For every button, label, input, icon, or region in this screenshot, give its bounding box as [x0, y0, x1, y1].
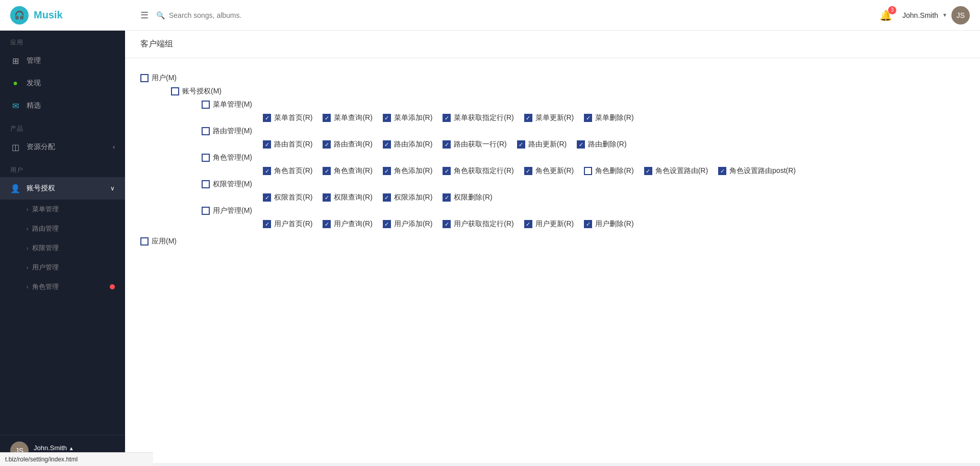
perm-label-route-home: 路由首页(R) — [274, 140, 312, 149]
perm-checkbox-route-get-row[interactable] — [443, 140, 451, 149]
perm-checkbox-user-manage[interactable] — [202, 207, 210, 215]
perm-checkbox-user-add[interactable] — [383, 220, 391, 228]
perm-role-manage-group: 角色管理(M) 角色首页(R) 角色查询(R) — [202, 153, 965, 176]
perm-label-role-add: 角色添加(R) — [394, 166, 432, 176]
perm-checkbox-user-home[interactable] — [263, 220, 271, 228]
perm-label-menu-add: 菜单添加(R) — [394, 113, 432, 122]
perm-label-menu-update: 菜单更新(R) — [535, 113, 574, 122]
perm-checkbox-menu-delete[interactable] — [584, 114, 592, 122]
topbar: 🎧 Musik ☰ 🔍 🔔 3 John.Smith ▼ JS — [0, 0, 980, 31]
perm-manage-chevron-icon: › — [27, 246, 28, 251]
sidebar-item-route-manage[interactable]: › 路由管理 — [0, 219, 125, 238]
perm-item-route-delete: 路由删除(R) — [577, 140, 626, 149]
perm-label-menu-query: 菜单查询(R) — [334, 113, 372, 122]
menu-toggle-icon[interactable]: ☰ — [140, 10, 149, 21]
perm-checkbox-menu-update[interactable] — [524, 114, 532, 122]
perm-checkbox-route-home[interactable] — [263, 140, 271, 149]
perm-checkbox-route-delete[interactable] — [577, 140, 585, 149]
sidebar-item-account-auth[interactable]: 👤 账号授权 ∨ — [0, 177, 125, 200]
perm-item-account-auth: 账号授权(M) — [171, 87, 965, 96]
sidebar-label-route-manage: 路由管理 — [32, 224, 59, 233]
perm-label-route-add: 路由添加(R) — [394, 140, 432, 149]
perm-checkbox-role-set-route[interactable] — [644, 167, 652, 175]
perm-checkbox-app[interactable] — [140, 237, 149, 246]
perm-checkbox-role-manage[interactable] — [202, 154, 210, 162]
perm-checkbox-role-delete[interactable] — [584, 167, 592, 175]
perm-checkbox-role-set-route-post[interactable] — [718, 167, 726, 175]
perm-checkbox-perm-manage[interactable] — [202, 180, 210, 188]
perm-menu-manage-group: 菜单管理(M) 菜单首页(R) 菜单查询(R) — [202, 100, 965, 122]
perm-checkbox-role-update[interactable] — [524, 167, 532, 175]
sidebar-label-discover: 发现 — [27, 79, 115, 88]
perm-checkbox-user-query[interactable] — [323, 220, 331, 228]
perm-checkbox-perm-add[interactable] — [383, 193, 391, 202]
perm-checkbox-user[interactable] — [140, 74, 149, 82]
sidebar-item-user-manage[interactable]: › 用户管理 — [0, 258, 125, 277]
perm-item-role-add: 角色添加(R) — [383, 166, 432, 176]
perm-checkbox-route-add[interactable] — [383, 140, 391, 149]
page-title: 客户端组 — [140, 39, 173, 48]
perm-label-route-delete: 路由删除(R) — [588, 140, 626, 149]
perm-label-app: 应用(M) — [152, 237, 177, 246]
perm-item-route-update: 路由更新(R) — [517, 140, 567, 149]
perm-checkbox-menu-query[interactable] — [323, 114, 331, 122]
perm-checkbox-menu-get-row[interactable] — [443, 114, 451, 122]
sidebar-item-featured[interactable]: ✉ 精选 — [0, 94, 125, 117]
perm-checkbox-role-query[interactable] — [323, 167, 331, 175]
perm-item-menu-update: 菜单更新(R) — [524, 113, 574, 122]
route-manage-chevron-icon: › — [27, 226, 28, 232]
notification-bell[interactable]: 🔔 3 — [879, 9, 892, 21]
perm-label-account-auth: 账号授权(M) — [182, 87, 222, 96]
topbar-brand: 🎧 Musik — [10, 6, 135, 24]
perm-checkbox-user-get-row[interactable] — [443, 220, 451, 228]
perm-label-role-query: 角色查询(R) — [334, 166, 372, 176]
perm-item-user-delete: 用户删除(R) — [584, 219, 633, 229]
perm-role-manage-items: 角色首页(R) 角色查询(R) 角色添加(R) — [263, 166, 965, 176]
perm-item-role-set-route-post: 角色设置路由post(R) — [718, 166, 796, 176]
perm-checkbox-route-manage[interactable] — [202, 127, 210, 135]
sidebar-item-discover[interactable]: ● 发现 — [0, 72, 125, 94]
perm-label-user: 用户(M) — [152, 73, 177, 83]
perm-checkbox-perm-home[interactable] — [263, 193, 271, 202]
perm-checkbox-account-auth[interactable] — [171, 87, 179, 95]
sidebar-section-user: 用户 — [0, 158, 125, 177]
perm-checkbox-role-get-row[interactable] — [443, 167, 451, 175]
perm-item-perm-add: 权限添加(R) — [383, 193, 432, 202]
perm-checkbox-perm-delete[interactable] — [443, 193, 451, 202]
perm-item-menu-manage: 菜单管理(M) — [202, 100, 965, 109]
sidebar-item-resource[interactable]: ◫ 资源分配 ‹ — [0, 136, 125, 158]
perm-checkbox-role-home[interactable] — [263, 167, 271, 175]
perm-checkbox-user-delete[interactable] — [584, 220, 592, 228]
sidebar-item-manage[interactable]: ⊞ 管理 — [0, 50, 125, 72]
discover-icon: ● — [10, 78, 20, 88]
perm-checkbox-user-update[interactable] — [524, 220, 532, 228]
perm-checkbox-route-update[interactable] — [517, 140, 525, 149]
perm-label-route-update: 路由更新(R) — [528, 140, 567, 149]
perm-account-auth-level1: 账号授权(M) 菜单管理(M) 菜单首页(R) — [171, 87, 965, 229]
perm-item-role-home: 角色首页(R) — [263, 166, 312, 176]
sidebar-item-perm-manage[interactable]: › 权限管理 — [0, 238, 125, 258]
perm-checkbox-menu-home[interactable] — [263, 114, 271, 122]
user-menu[interactable]: John.Smith ▼ JS — [902, 6, 970, 24]
perm-checkbox-menu-manage[interactable] — [202, 101, 210, 109]
search-input[interactable] — [169, 11, 271, 19]
perm-checkbox-menu-add[interactable] — [383, 114, 391, 122]
perm-item-user: 用户(M) — [140, 73, 965, 83]
role-manage-chevron-icon: › — [27, 284, 28, 290]
perm-label-menu-manage: 菜单管理(M) — [213, 100, 252, 109]
perm-item-perm-delete: 权限删除(R) — [443, 193, 492, 202]
featured-icon: ✉ — [10, 101, 20, 111]
logo-text: Musik — [34, 9, 63, 21]
search-icon: 🔍 — [156, 11, 165, 19]
sidebar-item-menu-manage[interactable]: › 菜单管理 — [0, 200, 125, 219]
perm-checkbox-role-add[interactable] — [383, 167, 391, 175]
perm-checkbox-route-query[interactable] — [323, 140, 331, 149]
sidebar-label-role-manage: 角色管理 — [32, 282, 59, 291]
sidebar-item-role-manage[interactable]: › 角色管理 — [0, 277, 125, 297]
perm-user-manage-group: 用户管理(M) 用户首页(R) 用户查询(R) — [202, 206, 965, 229]
perm-checkbox-perm-query[interactable] — [323, 193, 331, 202]
main-content: 客户端组 用户(M) 账号授权(M) — [125, 31, 980, 466]
perm-user-manage-items: 用户首页(R) 用户查询(R) 用户添加(R) — [263, 219, 965, 229]
perm-label-perm-add: 权限添加(R) — [394, 193, 432, 202]
sidebar-label-resource: 资源分配 — [27, 142, 107, 152]
